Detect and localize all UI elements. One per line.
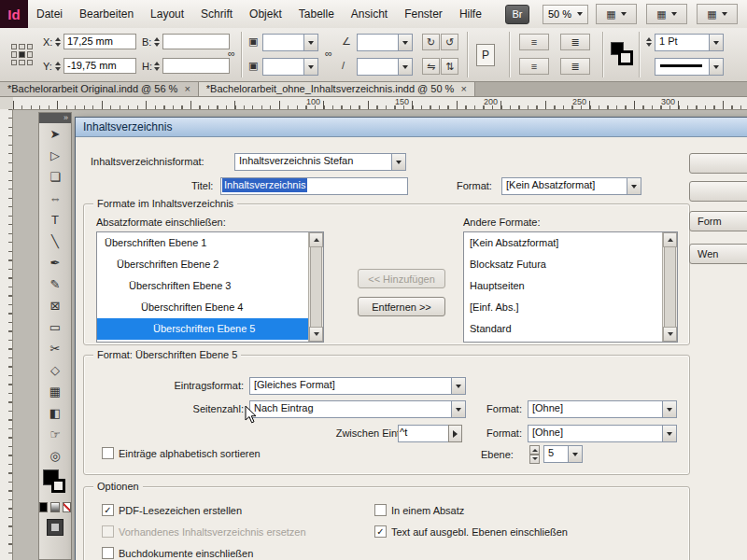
- scale-x-dropdown[interactable]: [262, 34, 318, 51]
- gradient-tool[interactable]: ▦: [39, 381, 71, 402]
- chevron-down-icon[interactable]: [398, 35, 412, 50]
- chevron-down-icon[interactable]: [451, 378, 465, 394]
- pdf-bookmarks-checkbox[interactable]: ✓ PDF-Lesezeichen erstellen: [102, 504, 242, 516]
- scroll-up-icon[interactable]: [309, 232, 323, 247]
- menu-ansicht[interactable]: Ansicht: [343, 0, 396, 28]
- chevron-down-icon[interactable]: [303, 35, 317, 50]
- page-format-dropdown[interactable]: [Ohne]: [528, 400, 677, 418]
- list-item[interactable]: [Einf. Abs.]: [464, 297, 677, 318]
- menu-bearbeiten[interactable]: Bearbeiten: [71, 0, 142, 28]
- scissors-tool[interactable]: ✂: [39, 338, 71, 359]
- width-spinner[interactable]: [152, 34, 161, 49]
- between-flyout-icon[interactable]: [448, 425, 462, 442]
- title-format-dropdown[interactable]: [Kein Absatzformat]: [501, 177, 641, 195]
- rotate-ccw-button[interactable]: ↺: [441, 34, 458, 50]
- type-tool[interactable]: T: [39, 209, 71, 231]
- level-stepper[interactable]: [529, 445, 540, 462]
- between-format-dropdown[interactable]: [Ohne]: [528, 425, 677, 442]
- checkbox-box[interactable]: [374, 504, 387, 516]
- list-item[interactable]: [Kein Absatzformat]: [464, 232, 677, 254]
- screen-mode-button[interactable]: ▦: [646, 4, 687, 24]
- list-item[interactable]: Überschriften Ebene 4: [97, 297, 323, 318]
- apply-none-button[interactable]: [63, 502, 71, 512]
- scroll-down-icon[interactable]: [309, 327, 323, 342]
- effects-button[interactable]: ≣: [560, 34, 590, 50]
- chevron-down-icon[interactable]: [627, 178, 641, 194]
- scale-y-dropdown[interactable]: [262, 58, 318, 76]
- between-input[interactable]: ^t: [398, 425, 450, 442]
- page-number-dropdown[interactable]: Nach Eintrag: [249, 400, 466, 418]
- stroke-weight-spinner[interactable]: [644, 34, 653, 49]
- hand-tool[interactable]: ☞: [39, 424, 71, 445]
- flip-horizontal-button[interactable]: ⇋: [422, 58, 440, 75]
- close-icon[interactable]: ×: [460, 82, 466, 96]
- zoom-tool[interactable]: ◎: [39, 445, 71, 467]
- menu-hilfe[interactable]: Hilfe: [451, 0, 490, 28]
- menu-datei[interactable]: Datei: [28, 0, 71, 28]
- list-item[interactable]: Überschriften Ebene 1: [97, 232, 323, 254]
- corner-options-button[interactable]: ≡: [519, 58, 549, 75]
- stroke-weight-dropdown[interactable]: 1 Pt: [655, 34, 724, 51]
- pencil-tool[interactable]: ✎: [39, 273, 71, 295]
- other-styles-list[interactable]: [Kein Absatzformat] Blocksatz Futura Hau…: [463, 231, 678, 343]
- remove-button[interactable]: Entfernen >>: [358, 297, 445, 316]
- rotate-cw-button[interactable]: ↻: [422, 34, 440, 50]
- menu-schrift[interactable]: Schrift: [192, 0, 241, 28]
- constrain-dimensions-chain-icon[interactable]: ∞: [228, 48, 235, 59]
- ok-button[interactable]: [689, 153, 747, 174]
- shear-angle-dropdown[interactable]: [357, 58, 413, 76]
- chevron-down-icon[interactable]: [662, 426, 676, 441]
- menu-tabelle[interactable]: Tabelle: [290, 0, 343, 28]
- include-book-documents-checkbox[interactable]: Buchdokumente einschließen: [102, 547, 253, 559]
- workspace-switcher-button[interactable]: ▦: [697, 4, 738, 24]
- other-list-scrollbar[interactable]: [662, 232, 677, 342]
- list-item[interactable]: Hauptseiten: [464, 275, 677, 297]
- reference-point-proxy[interactable]: [11, 44, 33, 65]
- list-item-selected[interactable]: Überschriften Ebene 5: [97, 318, 323, 340]
- toc-format-dropdown[interactable]: Inhaltsverzeichnis Stefan: [234, 153, 406, 171]
- stroke-swatch[interactable]: [51, 479, 65, 493]
- chevron-down-icon[interactable]: [303, 59, 317, 75]
- scroll-up-icon[interactable]: [663, 232, 677, 247]
- tab-bachelorarbeit-ohne-inhaltsverzeichnis[interactable]: *Bachelorarbeit_ohne_Inhaltsverzeichnis.…: [199, 82, 475, 96]
- frame-tool[interactable]: ⊠: [39, 295, 71, 316]
- x-field[interactable]: 17,25 mm: [63, 34, 136, 49]
- fewer-options-button[interactable]: Wen: [689, 244, 747, 264]
- menu-layout[interactable]: Layout: [142, 0, 192, 28]
- bridge-button[interactable]: Br: [505, 5, 529, 24]
- rotation-angle-dropdown[interactable]: [357, 34, 413, 51]
- screen-mode-toggle[interactable]: [47, 519, 63, 536]
- stepper-down-icon[interactable]: [529, 455, 540, 464]
- list-item[interactable]: Blocksatz Futura: [464, 254, 677, 275]
- include-hidden-layers-checkbox[interactable]: ✓ Text auf ausgebl. Ebenen einschließen: [374, 525, 568, 538]
- free-transform-tool[interactable]: ◇: [39, 359, 71, 381]
- zoom-level-dropdown[interactable]: 50 %: [543, 5, 588, 24]
- chevron-down-icon[interactable]: [391, 154, 405, 170]
- entry-style-dropdown[interactable]: [Gleiches Format]: [249, 377, 466, 395]
- view-options-button[interactable]: ▦: [596, 4, 637, 24]
- scroll-down-icon[interactable]: [663, 327, 677, 342]
- sort-alphabetical-checkbox[interactable]: Einträge alphabetisch sortieren: [102, 447, 261, 459]
- list-item[interactable]: Standard: [464, 318, 677, 340]
- gap-tool[interactable]: ⇔: [39, 188, 71, 209]
- flip-vertical-button[interactable]: ⇅: [441, 58, 458, 75]
- list-item[interactable]: Überschriften Ebene 2: [97, 254, 323, 275]
- selection-tool[interactable]: ➤: [39, 123, 71, 145]
- y-spinner[interactable]: [53, 58, 62, 74]
- apply-gradient-button[interactable]: [50, 502, 59, 512]
- line-tool[interactable]: ╲: [39, 231, 71, 252]
- fill-stroke-swatches[interactable]: [39, 467, 71, 500]
- direct-selection-tool[interactable]: ▷: [39, 145, 71, 166]
- height-spinner[interactable]: [152, 58, 161, 74]
- checkbox-box[interactable]: ✓: [102, 504, 114, 516]
- stepper-up-icon[interactable]: [529, 445, 540, 455]
- page-tool[interactable]: ❏: [39, 166, 71, 188]
- gradient-feather-tool[interactable]: ◧: [39, 402, 71, 424]
- stroke-swatch[interactable]: [618, 50, 633, 65]
- height-field[interactable]: [162, 58, 230, 74]
- chevron-down-icon[interactable]: [568, 446, 582, 462]
- panel-collapse-icon[interactable]: »: [39, 113, 71, 123]
- x-spinner[interactable]: [53, 34, 62, 49]
- include-list-scrollbar[interactable]: [308, 232, 323, 342]
- list-item[interactable]: Überschriften Ebene 3: [97, 275, 323, 297]
